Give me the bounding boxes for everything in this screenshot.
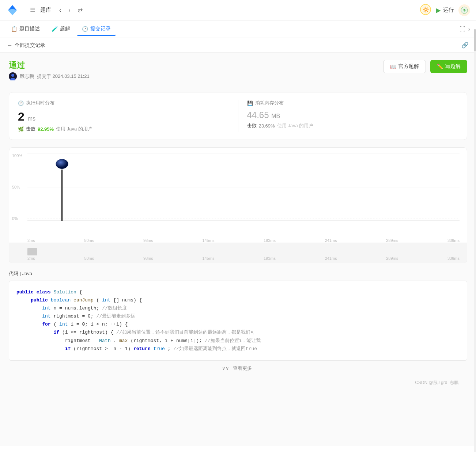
code-line-2: public boolean canJump ( int [] nums) { xyxy=(16,296,460,304)
status-meta: 殷志鹏 提交于 2024.03.15 21:21 xyxy=(9,72,90,80)
time-beat: 🌿 击败 92.95% 使用 Java 的用户 xyxy=(18,126,229,132)
stats-divider xyxy=(238,100,238,132)
tabs: 📋 题目描述 🧪 题解 🕐 提交记录 xyxy=(6,23,116,36)
chart-svg xyxy=(27,153,460,221)
time-stat-value: 2 ms xyxy=(18,110,229,124)
run-label: 运行 xyxy=(443,7,454,14)
status-header: 通过 殷志鹏 提交于 2024.03.15 21:21 xyxy=(9,60,90,80)
edit-icon: ✏️ xyxy=(437,64,443,69)
submissions-tab-icon: 🕐 xyxy=(82,26,88,32)
collapse-icon[interactable]: › xyxy=(468,26,470,33)
shuffle-icon[interactable]: ⇄ xyxy=(76,5,85,15)
prev-icon[interactable]: ‹ xyxy=(57,5,63,15)
code-lang-label: 代码 | Java xyxy=(9,270,467,277)
chart-svg-area xyxy=(27,153,460,221)
back-button[interactable]: ← 全部提交记录 xyxy=(7,42,45,49)
action-buttons: 📖 官方题解 ✏️ 写题解 xyxy=(383,60,467,73)
nav-title: 题库 xyxy=(40,7,51,14)
code-line-8: if (rightmost >= n - 1) return true ; //… xyxy=(16,345,460,353)
top-bar-right: 🔆 ▶ 运行 xyxy=(420,4,470,16)
stats-card: 🕐 执行用时分布 2 ms 🌿 击败 92.95% 使用 Java 的用户 xyxy=(9,92,467,140)
submission-status: 通过 xyxy=(9,60,90,71)
mini-chart-svg xyxy=(27,245,460,255)
nav-bar: ☰ 题库 ‹ › ⇄ xyxy=(28,5,420,15)
memory-stat-label: 💾 消耗内存分布 xyxy=(247,100,458,106)
tab-bar-actions: ⛶ › xyxy=(460,26,470,33)
memory-stat-value: 44.65 MB xyxy=(247,110,458,120)
debug-icon: 🔆 xyxy=(420,4,431,15)
status-row: 通过 殷志鹏 提交于 2024.03.15 21:21 📖 xyxy=(9,60,467,86)
code-line-6: if (i <= rightmost) { //如果当前位置，还不到我们目前能到… xyxy=(16,328,460,337)
show-more-button[interactable]: ∨∨ 查看更多 xyxy=(9,361,467,376)
show-more-icon: ∨∨ xyxy=(222,365,229,371)
scrollbar-thumb[interactable] xyxy=(474,29,476,51)
memory-icon: 💾 xyxy=(247,100,253,106)
chart-area-wrapper: 100% 50% 0% xyxy=(9,148,467,235)
code-line-7: rightmost = Math . max (rightmost, i + n… xyxy=(16,337,460,345)
scrollbar-track xyxy=(474,29,476,452)
submitted-at: 提交于 2024.03.15 21:21 xyxy=(37,73,90,80)
time-stat-block: 🕐 执行用时分布 2 ms 🌿 击败 92.95% 使用 Java 的用户 xyxy=(18,100,229,132)
next-icon[interactable]: › xyxy=(66,5,72,15)
description-tab-icon: 📋 xyxy=(11,26,17,32)
share-link-icon[interactable]: 🔗 xyxy=(461,42,469,49)
code-lang: Java xyxy=(22,271,32,276)
chart-mini-bars xyxy=(27,245,460,255)
footer-text: CSDN @殷J grd_志鹏 xyxy=(415,380,458,385)
write-solution-button[interactable]: ✏️ 写题解 xyxy=(430,60,467,73)
flame-icon: 🌿 xyxy=(18,126,24,132)
fullscreen-icon[interactable]: ⛶ xyxy=(460,26,465,33)
breadcrumb-bar: ← 全部提交记录 🔗 xyxy=(0,38,476,53)
chart-y-labels: 100% 50% 0% xyxy=(12,153,22,221)
solution-tab-icon: 🧪 xyxy=(52,26,58,32)
tab-solution[interactable]: 🧪 题解 xyxy=(46,23,75,36)
run-button[interactable]: ▶ 运行 xyxy=(436,6,454,14)
time-stat-label: 🕐 执行用时分布 xyxy=(18,100,229,106)
svg-rect-12 xyxy=(27,248,37,255)
tab-bar: 📋 题目描述 🧪 题解 🕐 提交记录 ⛶ › xyxy=(0,20,476,38)
main-content: 通过 殷志鹏 提交于 2024.03.15 21:21 📖 xyxy=(0,53,476,446)
tab-description[interactable]: 📋 题目描述 xyxy=(6,23,45,36)
breadcrumb-label: 全部提交记录 xyxy=(15,42,45,49)
memory-stat-block: 💾 消耗内存分布 44.65 MB 击败 23.69% 使用 Java 的用户 xyxy=(247,100,458,132)
footer: CSDN @殷J grd_志鹏 xyxy=(9,376,467,390)
code-line-3: int n = nums.length; //数组长度 xyxy=(16,304,460,312)
tab-submissions-label: 提交记录 xyxy=(90,26,111,32)
chart-container: 100% 50% 0% xyxy=(9,147,467,263)
tab-solution-label: 题解 xyxy=(60,26,70,32)
clock-icon: 🕐 xyxy=(18,100,24,106)
chart-range-selector: 2ms 50ms 98ms 145ms 193ms 241ms 289ms 33… xyxy=(9,243,467,263)
chart-mini-labels: 2ms 50ms 98ms 145ms 193ms 241ms 289ms 33… xyxy=(27,256,460,261)
code-line-1: public class Solution { xyxy=(16,288,460,296)
upload-icon xyxy=(461,7,468,14)
back-arrow-icon: ← xyxy=(7,42,12,48)
code-line-5: for ( int i = 0; i < n; ++i) { xyxy=(16,320,460,328)
debug-icon-wrap[interactable]: 🔆 xyxy=(420,4,431,16)
book-icon: 📖 xyxy=(390,64,396,69)
play-icon: ▶ xyxy=(436,6,441,14)
menu-icon[interactable]: ☰ xyxy=(28,5,37,15)
official-solution-button[interactable]: 📖 官方题解 xyxy=(383,60,426,73)
official-btn-label: 官方题解 xyxy=(398,63,419,70)
author-name: 殷志鹏 xyxy=(20,73,34,80)
code-line-4: int rightmost = 0; //最远能走到多远 xyxy=(16,312,460,320)
tab-submissions[interactable]: 🕐 提交记录 xyxy=(77,23,116,36)
upload-button[interactable] xyxy=(458,4,470,16)
code-section: 代码 | Java public class Solution { public xyxy=(9,270,467,376)
code-block: public class Solution { public boolean c… xyxy=(9,281,467,361)
svg-point-11 xyxy=(55,159,69,169)
logo[interactable] xyxy=(6,4,19,17)
write-btn-label: 写题解 xyxy=(445,63,461,70)
top-bar: ☰ 题库 ‹ › ⇄ 🔆 ▶ 运行 xyxy=(0,0,476,20)
svg-text:🔆: 🔆 xyxy=(423,7,429,13)
avatar xyxy=(9,72,17,80)
memory-beat: 击败 23.69% 使用 Java 的用户 xyxy=(247,122,458,129)
chart-x-labels: 2ms 50ms 98ms 145ms 193ms 241ms 289ms 33… xyxy=(9,235,467,243)
show-more-label: 查看更多 xyxy=(233,365,252,371)
tab-description-label: 题目描述 xyxy=(19,26,40,32)
svg-point-4 xyxy=(11,74,14,77)
stats-row: 🕐 执行用时分布 2 ms 🌿 击败 92.95% 使用 Java 的用户 xyxy=(18,100,458,132)
